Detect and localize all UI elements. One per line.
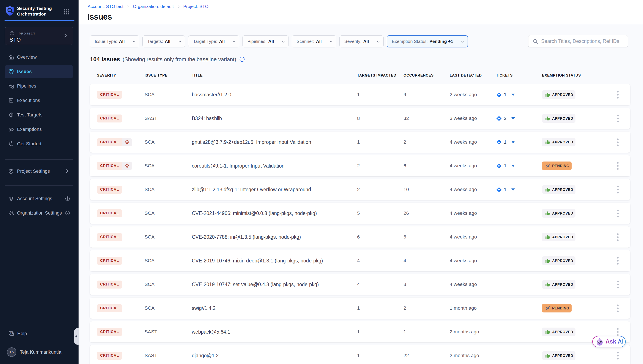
severity-cell: CRITICAL — [97, 203, 122, 224]
severity-cell: CRITICAL — [97, 321, 122, 342]
targets-impacted-cell: 1 — [357, 321, 360, 342]
project-selector[interactable]: PROJECT STO — [5, 27, 73, 45]
row-menu-button[interactable] — [617, 185, 619, 194]
issues-icon — [9, 69, 14, 74]
ask-ai-button[interactable]: Ask AI — [592, 336, 626, 348]
sidebar-item-help[interactable]: Help — [5, 327, 73, 340]
occurrences-cell: 10 — [403, 179, 409, 200]
targets-impacted-cell: 1 — [357, 84, 360, 105]
status-label: APPROVED — [552, 235, 573, 239]
breadcrumb-link[interactable]: Account: STO test — [88, 4, 123, 9]
row-menu-button[interactable] — [617, 90, 619, 99]
tickets-cell: 1 — [496, 179, 515, 200]
breadcrumb-link[interactable]: Project: STO — [183, 4, 208, 9]
issue-row[interactable]: CRITICAL SCAgnutls28@3.7.9-2+deb12u5: Im… — [90, 132, 630, 153]
row-menu-button[interactable] — [617, 114, 619, 123]
filter-value: All — [316, 39, 322, 44]
status-badge: APPROVED — [542, 90, 575, 99]
breadcrumb-separator-icon — [127, 5, 129, 8]
row-menu-button[interactable] — [617, 256, 619, 265]
filter-exemption-status[interactable]: Exemption Status:Pending +1 — [387, 35, 468, 48]
exemption-status-cell: APPROVED — [542, 132, 575, 153]
severity-badge: CRITICAL — [97, 186, 122, 194]
user-menu[interactable]: TK Teja Kummarikuntla — [5, 345, 73, 359]
row-menu-button[interactable] — [617, 280, 619, 289]
filter-issue-type[interactable]: Issue Type:All — [90, 35, 139, 48]
sidebar-item-organization-settings[interactable]: Organization Settings — [5, 206, 73, 220]
breadcrumb-link[interactable]: Organization: default — [133, 4, 174, 9]
issue-row[interactable]: CRITICAL SCACVE-2019-10747: set-value@0.… — [90, 274, 630, 295]
ticket-dropdown[interactable]: 1 — [496, 92, 515, 98]
module-grid-icon[interactable] — [64, 9, 70, 15]
ticket-dropdown[interactable]: 1 — [496, 187, 515, 192]
search-input[interactable] — [541, 38, 626, 44]
exemption-status-cell: PENDING — [542, 155, 571, 176]
last-detected-cell: 3 weeks ago — [450, 108, 477, 129]
sidebar-item-issues[interactable]: Issues — [5, 65, 73, 78]
occurrences-cell: 26 — [403, 203, 409, 224]
thumb-up-icon — [545, 353, 550, 358]
project-cube-icon — [10, 30, 15, 36]
row-menu-button[interactable] — [617, 161, 619, 170]
issue-type-cell: SCA — [145, 274, 155, 295]
row-menu-button[interactable] — [617, 232, 619, 242]
filter-severity[interactable]: Severity:All — [339, 35, 384, 48]
sidebar-item-test-targets[interactable]: Test Targets — [5, 108, 73, 122]
ticket-dropdown[interactable]: 1 — [496, 163, 515, 169]
sidebar-item-label: Exemptions — [17, 127, 42, 132]
info-icon[interactable] — [65, 210, 70, 216]
severity-label: CRITICAL — [97, 233, 122, 241]
targets-impacted-cell: 1 — [357, 132, 360, 153]
filter-scanner[interactable]: Scanner:All — [292, 35, 336, 48]
sidebar-item-overview[interactable]: Overview — [5, 51, 73, 64]
issue-row[interactable]: CRITICAL SCAswig//1.4.2121 month ago PEN… — [90, 298, 630, 319]
main-content: Issue Type:AllTargets:AllTarget Type:All… — [79, 24, 643, 364]
ticket-dropdown[interactable]: 1 — [496, 139, 515, 145]
issue-row[interactable]: CRITICAL SCAzlib@1:1.2.13.dfsg-1: Intege… — [90, 179, 630, 200]
issue-type-cell: SCA — [145, 250, 155, 271]
issue-row[interactable]: CRITICAL SASTwebpack@5.64.1112 months ag… — [90, 321, 630, 342]
row-menu-button[interactable] — [617, 138, 619, 147]
severity-badge: CRITICAL — [97, 257, 122, 265]
sidebar-item-account-settings[interactable]: Account Settings — [5, 192, 73, 205]
sidebar-item-pipelines[interactable]: Pipelines — [5, 80, 73, 92]
issue-row[interactable]: CRITICAL SCAbassmaster//1.2.0192 weeks a… — [90, 84, 630, 105]
exemption-status-cell: APPROVED — [542, 321, 575, 342]
issue-row[interactable]: CRITICAL SASTB324: hashlib8323 weeks ago… — [90, 108, 630, 129]
page-title: Issues — [87, 12, 112, 22]
info-icon[interactable] — [239, 56, 245, 62]
severity-badge: CRITICAL — [97, 352, 122, 360]
sidebar-item-project-settings[interactable]: Project Settings — [5, 165, 73, 178]
severity-label: CRITICAL — [97, 162, 122, 170]
chevron-down-icon — [132, 40, 136, 44]
row-menu-button[interactable] — [617, 304, 619, 313]
sidebar-item-exemptions[interactable]: Exemptions — [5, 123, 73, 136]
last-detected-cell: 1 month ago — [450, 298, 477, 319]
issue-row[interactable]: CRITICAL SCAcoreutils@9.1-1: Improper In… — [90, 155, 630, 176]
ticket-dropdown[interactable]: 2 — [496, 116, 515, 122]
status-badge: APPROVED — [542, 185, 575, 194]
issue-row[interactable]: CRITICAL SCACVE-2019-10746: mixin-deep@1… — [90, 250, 630, 271]
app-logo-shield-icon — [6, 6, 14, 16]
filter-target-type[interactable]: Target Type:All — [188, 35, 240, 48]
targets-impacted-cell: 4 — [357, 250, 360, 271]
info-icon[interactable] — [65, 196, 70, 201]
row-menu-cell — [613, 298, 623, 319]
filter-targets[interactable]: Targets:All — [142, 35, 185, 48]
row-menu-button[interactable] — [617, 351, 619, 360]
row-menu-button[interactable] — [617, 209, 619, 218]
sidebar-collapse-button[interactable] — [74, 328, 79, 344]
filter-pipelines[interactable]: Pipelines:All — [242, 35, 288, 48]
issue-row[interactable]: CRITICAL SCACVE-2021-44906: minimist@0.0… — [90, 203, 630, 224]
row-menu-button[interactable] — [617, 327, 619, 336]
sidebar-item-label: Organization Settings — [17, 210, 62, 216]
issue-type-cell: SAST — [145, 321, 157, 342]
severity-badge: CRITICAL — [97, 233, 122, 241]
sidebar-item-executions[interactable]: Executions — [5, 94, 73, 107]
severity-label: CRITICAL — [97, 210, 122, 217]
row-menu-cell — [613, 203, 623, 224]
issue-row[interactable]: CRITICAL SASTdjango@1.21222 months ago A… — [90, 345, 630, 364]
sidebar-item-get-started[interactable]: Get Started — [5, 137, 73, 150]
status-badge: APPROVED — [542, 328, 575, 336]
issue-row[interactable]: CRITICAL SCACVE-2020-7788: ini@1.3.5 (la… — [90, 226, 630, 248]
